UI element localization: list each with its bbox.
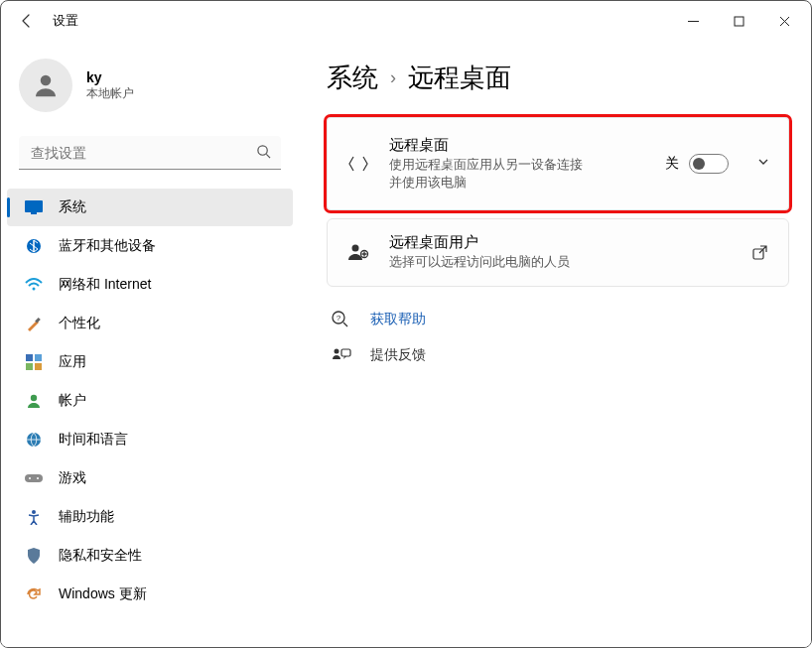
sidebar-item-label: 游戏 — [59, 469, 86, 487]
person-icon — [25, 392, 43, 410]
sidebar-item-privacy[interactable]: 隐私和安全性 — [7, 537, 293, 575]
minimize-button[interactable] — [670, 5, 716, 37]
sidebar-item-personalization[interactable]: 个性化 — [7, 305, 293, 342]
svg-point-20 — [37, 477, 39, 479]
svg-point-5 — [258, 146, 267, 155]
sidebar-item-accounts[interactable]: 帐户 — [7, 382, 293, 420]
footer-links: ? 获取帮助 提供反馈 — [327, 311, 789, 364]
sidebar-item-apps[interactable]: 应用 — [7, 343, 293, 381]
toggle-state-label: 关 — [665, 155, 679, 173]
svg-point-10 — [33, 288, 36, 291]
search-input[interactable] — [19, 136, 281, 170]
sidebar-item-accessibility[interactable]: 辅助功能 — [7, 498, 293, 536]
sidebar-item-label: 蓝牙和其他设备 — [59, 237, 156, 255]
chevron-right-icon: › — [390, 67, 396, 88]
remote-desktop-icon — [345, 153, 371, 175]
sidebar-item-system[interactable]: 系统 — [7, 189, 293, 226]
system-icon — [25, 198, 43, 216]
breadcrumb: 系统 › 远程桌面 — [327, 61, 789, 95]
remote-users-card[interactable]: 远程桌面用户 选择可以远程访问此电脑的人员 — [327, 218, 789, 287]
svg-line-6 — [266, 154, 270, 158]
svg-text:?: ? — [337, 314, 341, 323]
game-icon — [25, 469, 43, 487]
chevron-down-icon[interactable] — [756, 155, 770, 173]
svg-rect-28 — [341, 349, 350, 356]
update-icon — [25, 585, 43, 603]
svg-rect-8 — [31, 212, 37, 214]
window-controls — [670, 5, 807, 37]
feedback-icon — [331, 347, 352, 363]
sidebar-item-label: Windows 更新 — [59, 585, 147, 603]
search-box — [19, 136, 281, 170]
window-title: 设置 — [53, 12, 78, 30]
svg-point-16 — [31, 395, 37, 401]
sidebar-item-label: 辅助功能 — [59, 508, 114, 526]
search-icon — [256, 144, 271, 162]
sidebar-item-update[interactable]: Windows 更新 — [7, 576, 293, 613]
remote-desktop-toggle[interactable] — [689, 154, 729, 174]
help-link-row: ? 获取帮助 — [331, 311, 789, 328]
profile-name: ky — [86, 69, 134, 85]
shield-icon — [25, 547, 43, 565]
sidebar-item-label: 帐户 — [59, 392, 86, 410]
avatar — [19, 59, 72, 112]
sidebar-item-label: 网络和 Internet — [59, 276, 151, 294]
sidebar-item-label: 个性化 — [59, 315, 100, 332]
feedback-link-row: 提供反馈 — [331, 346, 789, 364]
open-external-icon[interactable] — [748, 241, 770, 263]
svg-point-4 — [41, 75, 52, 86]
sidebar-item-gaming[interactable]: 游戏 — [7, 459, 293, 497]
sidebar-item-label: 系统 — [59, 198, 86, 216]
card-title: 远程桌面 — [389, 136, 647, 155]
feedback-link[interactable]: 提供反馈 — [370, 346, 426, 364]
close-button[interactable] — [761, 5, 807, 37]
svg-point-19 — [29, 477, 31, 479]
svg-point-22 — [352, 245, 359, 252]
svg-rect-1 — [735, 17, 744, 26]
globe-icon — [25, 431, 43, 449]
sidebar-item-label: 应用 — [59, 353, 86, 371]
sidebar-item-network[interactable]: 网络和 Internet — [7, 266, 293, 304]
sidebar: ky 本地帐户 系统 蓝牙和其他设备 网络和 Internet — [1, 41, 299, 647]
nav-list: 系统 蓝牙和其他设备 网络和 Internet 个性化 应用 帐户 — [1, 188, 299, 637]
main-panel: 系统 › 远程桌面 远程桌面 使用远程桌面应用从另一设备连接并使用该电脑 关 — [299, 41, 811, 647]
maximize-button[interactable] — [716, 5, 761, 37]
back-button[interactable] — [9, 3, 45, 39]
profile-subtitle: 本地帐户 — [86, 85, 134, 102]
svg-rect-7 — [25, 200, 43, 212]
sidebar-item-bluetooth[interactable]: 蓝牙和其他设备 — [7, 227, 293, 265]
card-subtitle: 选择可以远程访问此电脑的人员 — [389, 254, 731, 272]
svg-rect-14 — [26, 363, 33, 370]
svg-point-21 — [32, 510, 36, 514]
bluetooth-icon — [25, 237, 43, 255]
card-title: 远程桌面用户 — [389, 233, 731, 252]
accessibility-icon — [25, 508, 43, 526]
svg-rect-15 — [35, 363, 42, 370]
help-icon: ? — [331, 311, 352, 328]
breadcrumb-leaf: 远程桌面 — [408, 61, 511, 95]
svg-rect-13 — [35, 354, 42, 361]
svg-rect-12 — [26, 354, 33, 361]
apps-icon — [25, 353, 43, 371]
breadcrumb-root[interactable]: 系统 — [327, 61, 378, 95]
sidebar-item-label: 时间和语言 — [59, 431, 128, 449]
remote-desktop-card[interactable]: 远程桌面 使用远程桌面应用从另一设备连接并使用该电脑 关 — [327, 117, 789, 210]
profile-block[interactable]: ky 本地帐户 — [1, 51, 299, 132]
card-subtitle: 使用远程桌面应用从另一设备连接并使用该电脑 — [389, 157, 588, 192]
help-link[interactable]: 获取帮助 — [370, 311, 426, 328]
svg-point-27 — [335, 348, 339, 353]
wifi-icon — [25, 276, 43, 294]
sidebar-item-time[interactable]: 时间和语言 — [7, 421, 293, 458]
titlebar: 设置 — [1, 1, 811, 41]
sidebar-item-label: 隐私和安全性 — [59, 547, 142, 565]
brush-icon — [25, 315, 43, 332]
users-icon — [345, 242, 371, 262]
svg-rect-18 — [25, 474, 43, 482]
